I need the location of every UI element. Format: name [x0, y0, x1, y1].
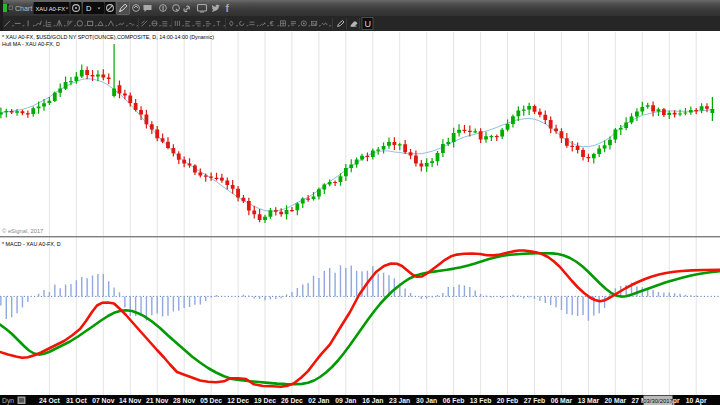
svg-text:27 Feb: 27 Feb — [524, 397, 546, 404]
svg-text:19 Dec: 19 Dec — [254, 397, 276, 404]
svg-text:23 Jan: 23 Jan — [389, 397, 410, 404]
svg-text:28 Nov: 28 Nov — [173, 397, 196, 404]
svg-text:13 Mar: 13 Mar — [578, 397, 600, 404]
svg-text:Hull MA - XAU A0-FX, D: Hull MA - XAU A0-FX, D — [2, 41, 60, 47]
svg-text:20 Feb: 20 Feb — [497, 397, 519, 404]
svg-text:07 Nov: 07 Nov — [92, 397, 115, 404]
svg-text:10 Apr: 10 Apr — [686, 397, 707, 405]
svg-text:U: U — [365, 19, 372, 29]
svg-text:D: D — [86, 4, 92, 13]
svg-text:XAU A0-FX: XAU A0-FX — [36, 6, 66, 12]
svg-text:13 Feb: 13 Feb — [470, 397, 492, 404]
svg-text:31 Oct: 31 Oct — [66, 397, 88, 404]
svg-text:06 Mar: 06 Mar — [551, 397, 573, 404]
svg-text:05 Dec: 05 Dec — [200, 397, 222, 404]
svg-text:T: T — [216, 20, 220, 27]
svg-text:* MACD - XAU A0-FX, D: * MACD - XAU A0-FX, D — [2, 241, 61, 247]
svg-text:02 Jan: 02 Jan — [308, 397, 329, 404]
svg-text:30 Jan: 30 Jan — [416, 397, 437, 404]
svg-text:09 Jan: 09 Jan — [335, 397, 356, 404]
svg-text:06 Feb: 06 Feb — [443, 397, 465, 404]
svg-text:* XAU A0-FX, $USD/GOLD NY SPOT: * XAU A0-FX, $USD/GOLD NY SPOT(OUNCE),CO… — [2, 34, 214, 40]
svg-text:26 Dec: 26 Dec — [281, 397, 303, 404]
svg-text:Chart: Chart — [15, 5, 32, 12]
svg-text:€: € — [270, 20, 274, 27]
svg-text:© eSignal, 2017: © eSignal, 2017 — [2, 228, 43, 234]
svg-text:12 Dec: 12 Dec — [227, 397, 249, 404]
svg-text:21 Nov: 21 Nov — [146, 397, 169, 404]
svg-text:14 Nov: 14 Nov — [119, 397, 142, 404]
svg-text:16 Jan: 16 Jan — [362, 397, 383, 404]
svg-text:24 Oct: 24 Oct — [39, 397, 61, 404]
svg-text:Dyn: Dyn — [2, 397, 14, 405]
svg-text:20 Mar: 20 Mar — [605, 397, 627, 404]
svg-text:03/30/2017: 03/30/2017 — [643, 398, 672, 404]
